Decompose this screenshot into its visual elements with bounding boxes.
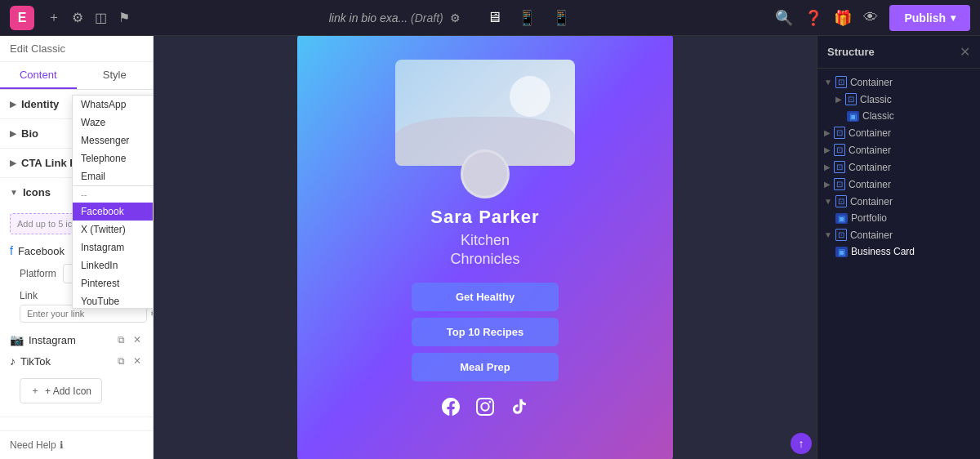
left-panel: Edit Classic Content Style ▶ Identity ▶ … xyxy=(0,36,154,459)
topbar: E ＋ ⚙ ◫ ⚑ link in bio exa... (Draft) ⚙ 🖥… xyxy=(0,0,980,36)
tiktok-copy-btn[interactable]: ⧉ xyxy=(116,354,127,368)
desktop-icon[interactable]: 🖥 xyxy=(480,6,508,30)
tree-classic-2[interactable]: ▣ Classic xyxy=(817,108,980,124)
dropdown-waze[interactable]: Waze xyxy=(73,114,154,131)
tree-container-6[interactable]: ▼ ⊡ Container xyxy=(817,193,980,210)
arrow-right-icon: ▶ xyxy=(824,163,831,172)
dropdown-whatsapp[interactable]: WhatsApp xyxy=(73,96,154,114)
container-icon: ⊡ xyxy=(834,178,845,190)
instagram-actions: ⧉ ✕ xyxy=(116,332,143,347)
arrow-right-icon: ▶ xyxy=(824,128,831,137)
arrow-down-icon: ▼ xyxy=(824,230,832,239)
canvas-name: Sara Parker xyxy=(430,207,539,228)
facebook-icon: f xyxy=(10,244,13,257)
canvas-social-icons xyxy=(442,398,528,420)
tree-business-card[interactable]: ▣ Business Card xyxy=(817,243,980,260)
instagram-icon: 📷 xyxy=(10,333,24,346)
arrow-right-icon: ▶ xyxy=(835,95,842,104)
canvas-btn-3[interactable]: Meal Prep xyxy=(412,353,559,381)
container-icon: ⊡ xyxy=(835,195,847,207)
sliders-icon[interactable]: ⚙ xyxy=(72,10,83,25)
plus-icon[interactable]: ＋ xyxy=(47,9,60,26)
eye-icon[interactable]: 👁 xyxy=(863,9,878,26)
layers-icon[interactable]: ◫ xyxy=(95,10,107,25)
tiktok-icon-item: ♪ TikTok ⧉ ✕ xyxy=(10,350,143,372)
structure-tree: ▼ ⊡ Container ▶ ⊡ Classic ▣ Classic ▶ ⊡ … xyxy=(817,69,980,265)
dropdown-twitter[interactable]: X (Twitter) xyxy=(73,221,154,238)
instagram-copy-btn[interactable]: ⧉ xyxy=(116,332,127,347)
image-icon: ▣ xyxy=(835,213,848,224)
canvas-tiktok-icon[interactable] xyxy=(510,398,528,420)
canvas-btn-1[interactable]: Get Healthy xyxy=(412,283,559,311)
container-icon: ⊡ xyxy=(845,93,857,105)
tree-container-7[interactable]: ▼ ⊡ Container xyxy=(817,226,980,243)
dropdown-messenger[interactable]: Messenger xyxy=(73,131,154,149)
arrow-right-icon: ▶ xyxy=(10,158,16,167)
tree-container-5[interactable]: ▶ ⊡ Container xyxy=(817,176,980,193)
image-icon: ▣ xyxy=(835,247,848,257)
arrow-down-icon: ▼ xyxy=(824,78,832,87)
settings-icon[interactable]: ⚙ xyxy=(450,11,461,25)
dropdown-telephone[interactable]: Telephone xyxy=(73,149,154,167)
canvas-instagram-icon[interactable] xyxy=(476,398,494,420)
tiktok-delete-btn[interactable]: ✕ xyxy=(131,354,143,368)
arrow-down-icon: ▼ xyxy=(824,197,832,206)
dropdown-instagram[interactable]: Instagram xyxy=(73,238,154,256)
dropdown-pinterest[interactable]: Pinterest xyxy=(73,274,154,292)
tiktok-label[interactable]: ♪ TikTok xyxy=(10,354,109,368)
platform-dropdown[interactable]: WhatsApp Waze Messenger Telephone Email … xyxy=(72,95,154,309)
publish-button[interactable]: Publish ▾ xyxy=(889,5,970,31)
arrow-down-icon: ▼ xyxy=(10,188,18,197)
add-icon-button[interactable]: ＋ + Add Icon xyxy=(20,378,102,403)
info-icon: ℹ xyxy=(60,439,64,451)
canvas-facebook-icon[interactable] xyxy=(442,398,460,420)
close-panel-button[interactable]: ✕ xyxy=(960,44,970,60)
dropdown-linkedin[interactable]: LinkedIn xyxy=(73,256,154,274)
tree-container-2[interactable]: ▶ ⊡ Container xyxy=(817,124,980,141)
instagram-delete-btn[interactable]: ✕ xyxy=(131,332,143,347)
tab-style[interactable]: Style xyxy=(77,62,154,89)
instagram-label[interactable]: 📷 Instagram xyxy=(10,333,109,346)
topbar-right: 🔍 ❓ 🎁 👁 Publish ▾ xyxy=(775,5,970,31)
tree-container-3[interactable]: ▶ ⊡ Container xyxy=(817,141,980,158)
main-layout: Edit Classic Content Style ▶ Identity ▶ … xyxy=(0,36,980,459)
tiktok-icon: ♪ xyxy=(10,354,16,368)
need-help[interactable]: Need Help ℹ xyxy=(0,430,153,459)
tree-classic-1[interactable]: ▶ ⊡ Classic xyxy=(817,91,980,108)
dropdown-email[interactable]: Email xyxy=(73,167,154,185)
content-style-tabs: Content Style xyxy=(0,62,153,90)
container-icon: ⊡ xyxy=(834,144,845,156)
plus-icon: ＋ xyxy=(30,384,40,398)
canvas-btn-2[interactable]: Top 10 Recipes xyxy=(412,318,559,346)
search-icon[interactable]: 🔍 xyxy=(775,9,793,27)
tree-container-1[interactable]: ▼ ⊡ Container xyxy=(817,74,980,91)
tab-content[interactable]: Content xyxy=(0,62,77,89)
topbar-icons: ＋ ⚙ ◫ ⚑ xyxy=(47,9,130,26)
tablet-icon[interactable]: 📱 xyxy=(511,6,542,30)
container-icon: ⊡ xyxy=(835,76,847,88)
device-switcher: 🖥 📱 📱 xyxy=(480,6,577,30)
canvas-avatar xyxy=(461,149,510,198)
flag-icon[interactable]: ⚑ xyxy=(118,10,130,25)
arrow-right-icon: ▶ xyxy=(10,129,16,138)
dropdown-facebook[interactable]: Facebook xyxy=(73,203,154,221)
gift-icon[interactable]: 🎁 xyxy=(834,9,852,27)
help-icon[interactable]: ❓ xyxy=(804,9,822,27)
topbar-center: link in bio exa... (Draft) ⚙ 🖥 📱 📱 xyxy=(140,6,765,30)
structure-title: Structure xyxy=(827,46,875,58)
logo: E xyxy=(10,6,34,30)
document-title[interactable]: link in bio exa... (Draft) xyxy=(329,11,443,25)
chevron-down-icon: ▾ xyxy=(951,12,956,24)
icons-label: Icons xyxy=(23,186,51,198)
canvas-subtitle: KitchenChronicles xyxy=(450,231,519,270)
platform-label: Platform xyxy=(20,268,56,279)
canvas-frame: Sara Parker KitchenChronicles Get Health… xyxy=(297,36,673,459)
tree-container-4[interactable]: ▶ ⊡ Container xyxy=(817,158,980,176)
container-icon: ⊡ xyxy=(834,127,845,139)
tree-portfolio[interactable]: ▣ Portfolio xyxy=(817,210,980,226)
canvas-scroll-up-button[interactable]: ↑ xyxy=(791,433,812,454)
right-panel-header: Structure ✕ xyxy=(817,36,980,69)
instagram-icon-item: 📷 Instagram ⧉ ✕ xyxy=(10,329,143,350)
dropdown-youtube[interactable]: YouTube xyxy=(73,292,154,308)
mobile-icon[interactable]: 📱 xyxy=(546,6,577,30)
